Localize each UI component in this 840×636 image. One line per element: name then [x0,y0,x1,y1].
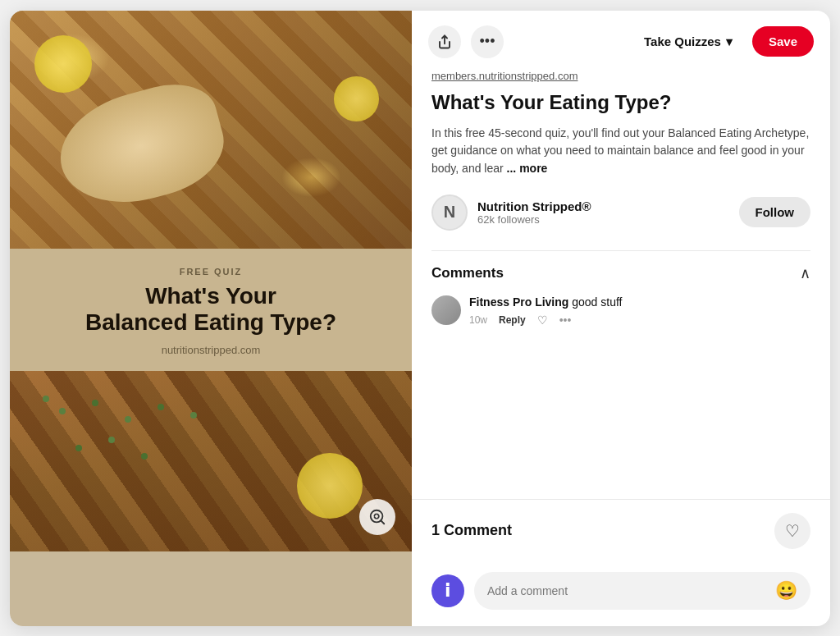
chevron-down-icon: ▾ [726,34,733,49]
like-button[interactable]: ♡ [774,513,810,549]
right-panel: ••• Take Quizzes ▾ Save members.nutritio… [412,11,830,626]
comment-like-button[interactable]: ♡ [537,313,548,327]
comments-section: Comments ∧ Fitness Pro Living good stuff [431,250,810,327]
comment-avatar-image [431,295,461,325]
banner-title: What's YourBalanced Eating Type? [26,283,395,336]
bottom-bar: 1 Comment ♡ [412,499,830,562]
food-visual-top [10,11,412,249]
take-quizzes-button[interactable]: Take Quizzes ▾ [634,28,742,56]
image-bottom [10,371,412,551]
author-row: N Nutrition Stripped® 62k followers Foll… [431,194,810,231]
left-panel: FREE QUIZ What's YourBalanced Eating Typ… [10,11,412,626]
comments-title: Comments [431,265,504,281]
save-button[interactable]: Save [752,26,814,57]
comment-actions: 10w Reply ♡ ••• [469,313,810,327]
comments-header: Comments ∧ [431,264,810,282]
current-user-avatar: 𝗶 [431,574,464,607]
author-info: Nutrition Stripped® 62k followers [477,199,729,226]
comment-text: Fitness Pro Living good stuff [469,295,810,309]
comment-input-wrap[interactable]: 😀 [474,572,810,610]
banner-subtitle: FREE QUIZ [26,267,395,277]
comment-input[interactable] [487,584,775,597]
comment-author-name: Fitness Pro Living [469,295,572,309]
comment-body: Fitness Pro Living good stuff 10w Reply … [469,295,810,327]
image-top [10,11,412,249]
more-link[interactable]: ... more [507,162,548,175]
add-comment-row: 𝗶 😀 [412,562,830,626]
comment-count: 1 Comment [431,522,761,539]
visual-search-button[interactable] [359,499,395,535]
more-icon: ••• [480,33,495,50]
middle-banner: FREE QUIZ What's YourBalanced Eating Typ… [10,249,412,371]
banner-url: nutritionstripped.com [26,344,395,356]
comment-content: good stuff [572,295,622,309]
description-text: In this free 45-second quiz, you'll find… [431,126,809,175]
emoji-icon: 😀 [775,580,797,601]
comment-more-button[interactable]: ••• [559,313,572,327]
heart-icon: ♡ [785,521,800,541]
follow-button[interactable]: Follow [739,197,811,227]
pin-description: In this free 45-second quiz, you'll find… [431,125,810,178]
source-link[interactable]: members.nutritionstripped.com [431,70,810,82]
lemon-left [34,35,92,93]
avatar-initial: N [444,203,455,222]
author-followers: 62k followers [477,213,729,226]
share-button[interactable] [428,25,461,58]
main-card: FREE QUIZ What's YourBalanced Eating Typ… [10,11,830,626]
comment-avatar [431,295,461,325]
lemon-right [334,76,379,121]
comment-time: 10w [469,314,487,326]
reply-button[interactable]: Reply [499,314,526,326]
lemon-bottom [297,453,363,519]
avatar-letter: 𝗶 [445,580,451,602]
comment-item: Fitness Pro Living good stuff 10w Reply … [431,295,810,327]
svg-line-1 [381,520,384,524]
author-name: Nutrition Stripped® [477,199,729,213]
collapse-comments-button[interactable]: ∧ [800,264,810,282]
pin-title: What's Your Eating Type? [431,90,810,115]
svg-point-2 [374,514,379,519]
emoji-button[interactable]: 😀 [775,580,797,602]
top-bar: ••• Take Quizzes ▾ Save [412,11,830,70]
author-avatar: N [431,194,468,231]
more-options-button[interactable]: ••• [471,25,504,58]
chevron-up-icon: ∧ [800,265,810,281]
take-quizzes-label: Take Quizzes [644,34,721,48]
pin-content: members.nutritionstripped.com What's You… [412,70,830,499]
herb-dots [43,396,49,402]
